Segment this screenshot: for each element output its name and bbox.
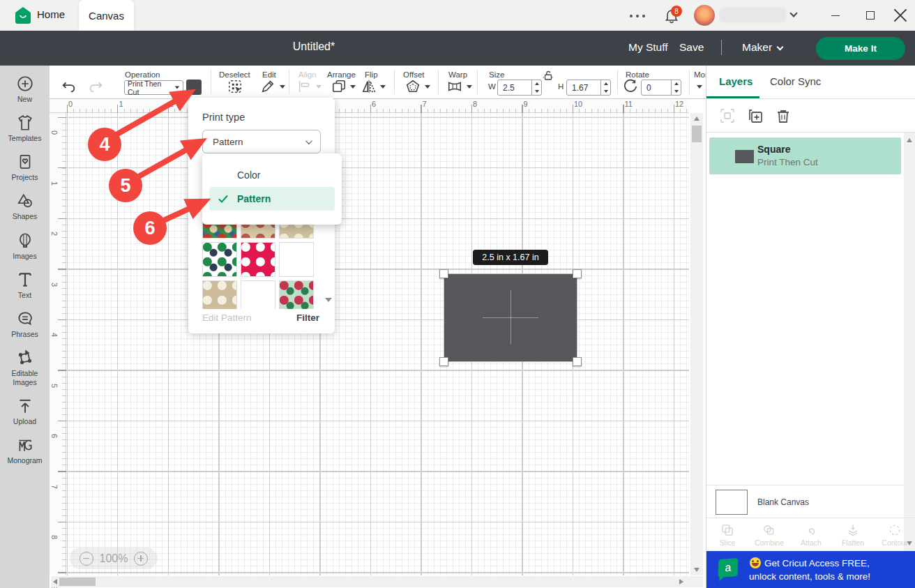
pattern-scroll-down-icon[interactable]: [325, 298, 332, 302]
resize-handle-sw[interactable]: [439, 357, 448, 366]
selected-square-shape[interactable]: [444, 274, 577, 361]
width-input[interactable]: 2.5: [497, 80, 542, 96]
avatar[interactable]: [694, 5, 715, 26]
layer-row-square[interactable]: Square Print Then Cut: [709, 137, 901, 174]
tab-home[interactable]: Home: [37, 8, 65, 20]
cricut-access-banner[interactable]: a Get Cricut Access FREE, unlock content…: [706, 551, 915, 588]
left-sidebar-upload[interactable]: Upload: [0, 397, 50, 426]
chevron-down-icon: [777, 44, 784, 51]
left-sidebar-text[interactable]: Text: [0, 271, 50, 300]
rotate-stepper[interactable]: [671, 80, 681, 95]
left-sidebar-new[interactable]: New: [0, 75, 50, 104]
arrange-icon[interactable]: [331, 79, 347, 94]
resize-handle-se[interactable]: [573, 357, 582, 366]
flip-icon[interactable]: [361, 79, 377, 94]
arrange-label: Arrange: [327, 70, 356, 79]
redo-icon[interactable]: [88, 79, 103, 94]
chevron-down-icon: [305, 137, 312, 144]
more-label: More: [694, 70, 706, 79]
operation-dropdown[interactable]: Print Then Cut: [124, 80, 183, 95]
layers-scrollbar[interactable]: [904, 133, 915, 551]
account-chevron-down-icon[interactable]: [789, 9, 797, 17]
my-stuff-link[interactable]: My Stuff: [628, 41, 668, 54]
lock-open-icon[interactable]: [542, 69, 554, 82]
more-caret-icon[interactable]: [697, 85, 702, 89]
pattern-grid-tan-script[interactable]: [202, 280, 237, 309]
rotate-icon[interactable]: [623, 79, 638, 94]
banner-line2: unlock content, tools & more!: [749, 571, 870, 582]
tab-canvas[interactable]: Canvas: [79, 0, 134, 31]
tab-layers[interactable]: Layers: [719, 75, 753, 87]
pattern-grid-blank-white-2[interactable]: [241, 280, 275, 309]
zoom-out-button[interactable]: [80, 552, 93, 566]
left-sidebar-images[interactable]: Images: [0, 232, 50, 261]
menu-option-pattern[interactable]: Pattern: [209, 187, 335, 211]
undo-icon[interactable]: [61, 79, 77, 94]
blank-canvas-thumbnail: [716, 490, 748, 515]
left-sidebar-templates[interactable]: Templates: [0, 114, 50, 143]
close-button[interactable]: [890, 8, 911, 22]
edit-pencil-icon[interactable]: [260, 79, 275, 94]
menu-option-color[interactable]: Color: [209, 163, 335, 187]
cricut-logo-icon[interactable]: [15, 6, 31, 24]
canvas-grid[interactable]: [66, 113, 689, 575]
resize-handle-ne[interactable]: [573, 269, 582, 278]
overflow-menu-icon[interactable]: [630, 14, 648, 17]
blank-canvas-label: Blank Canvas: [757, 497, 809, 507]
edit-caret-icon[interactable]: [280, 85, 285, 89]
blank-canvas-row[interactable]: Blank Canvas: [706, 485, 904, 518]
duplicate-icon[interactable]: [747, 107, 764, 124]
left-sidebar-phrases[interactable]: Phrases: [0, 310, 50, 339]
zoom-in-button[interactable]: [134, 552, 148, 566]
pattern-grid-christmas-trees[interactable]: [202, 242, 237, 277]
align-caret-icon: [316, 85, 322, 89]
trash-icon[interactable]: [775, 107, 792, 124]
grinning-face-emoji: [750, 557, 761, 568]
zoom-level: 100%: [100, 552, 128, 565]
project-card-icon: [16, 153, 34, 171]
height-input[interactable]: 1.67: [566, 80, 611, 96]
offset-icon[interactable]: [405, 79, 421, 94]
width-stepper[interactable]: [531, 80, 541, 95]
balloon-icon: [16, 232, 34, 250]
flip-caret-icon[interactable]: [380, 85, 386, 89]
operation-color-swatch[interactable]: [186, 80, 202, 95]
machine-selector[interactable]: Maker: [742, 41, 782, 54]
vertical-ruler-4: 4: [50, 333, 59, 337]
make-it-button[interactable]: Make It: [816, 37, 905, 60]
deselect-icon[interactable]: [227, 79, 243, 94]
arrange-caret-icon[interactable]: [350, 85, 356, 89]
vertical-scrollbar-thumb[interactable]: [692, 126, 702, 142]
pattern-grid-holiday-houses[interactable]: [279, 280, 314, 309]
left-sidebar-projects[interactable]: Projects: [0, 153, 50, 182]
layer-tools-attach: Attach: [790, 518, 832, 551]
pattern-grid-blank-white[interactable]: [279, 242, 314, 277]
offset-caret-icon[interactable]: [425, 85, 430, 89]
horizontal-ruler-0: 0: [68, 100, 73, 108]
print-type-select[interactable]: Pattern: [202, 130, 321, 153]
left-sidebar-editable-images[interactable]: Editable Images: [0, 349, 50, 387]
layer-tools-flatten: Flatten: [832, 518, 874, 551]
document-title[interactable]: Untitled*: [272, 40, 356, 53]
resize-handle-nw[interactable]: [439, 269, 448, 278]
horizontal-ruler-11: 11: [625, 100, 633, 108]
design-canvas[interactable]: 0123456789101112 0123456789 2.5 in x 1.6…: [50, 99, 706, 588]
access-logo-icon: a: [718, 558, 738, 578]
pattern-grid-red-snowflakes[interactable]: [241, 242, 275, 277]
horizontal-scrollbar-thumb[interactable]: [59, 578, 96, 586]
left-sidebar-shapes[interactable]: Shapes: [0, 192, 50, 221]
filter-button[interactable]: Filter: [296, 312, 319, 323]
top-bar: Home Canvas 8: [0, 0, 915, 31]
vertical-scrollbar[interactable]: [690, 113, 703, 575]
tab-color-sync[interactable]: Color Sync: [770, 75, 821, 87]
horizontal-ruler-12: 12: [675, 100, 683, 108]
warp-caret-icon[interactable]: [467, 85, 472, 89]
maximize-button[interactable]: [860, 8, 881, 22]
height-stepper[interactable]: [600, 80, 610, 95]
save-link[interactable]: Save: [679, 41, 704, 54]
rotate-input[interactable]: 0: [641, 80, 681, 96]
horizontal-scrollbar[interactable]: [51, 576, 703, 587]
minimize-button[interactable]: [825, 8, 846, 22]
warp-icon[interactable]: [447, 79, 462, 94]
left-sidebar-monogram[interactable]: Monogram: [0, 436, 50, 465]
